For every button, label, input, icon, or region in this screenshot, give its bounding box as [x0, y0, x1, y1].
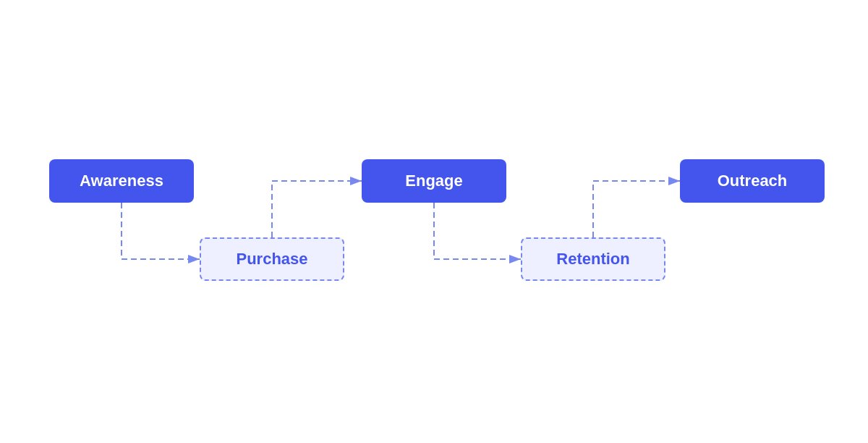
retention-node[interactable]: Retention — [521, 237, 665, 281]
awareness-label: Awareness — [80, 172, 163, 190]
retention-label: Retention — [556, 250, 629, 269]
purchase-node[interactable]: Purchase — [200, 237, 344, 281]
engage-label: Engage — [405, 172, 462, 190]
outreach-label: Outreach — [718, 172, 788, 190]
outreach-node[interactable]: Outreach — [680, 159, 825, 203]
purchase-label: Purchase — [236, 250, 307, 269]
diagram-canvas: Awareness Purchase Engage Retention Outr… — [0, 0, 868, 443]
engage-node[interactable]: Engage — [362, 159, 506, 203]
arrows-layer — [0, 0, 868, 443]
awareness-node[interactable]: Awareness — [49, 159, 194, 203]
